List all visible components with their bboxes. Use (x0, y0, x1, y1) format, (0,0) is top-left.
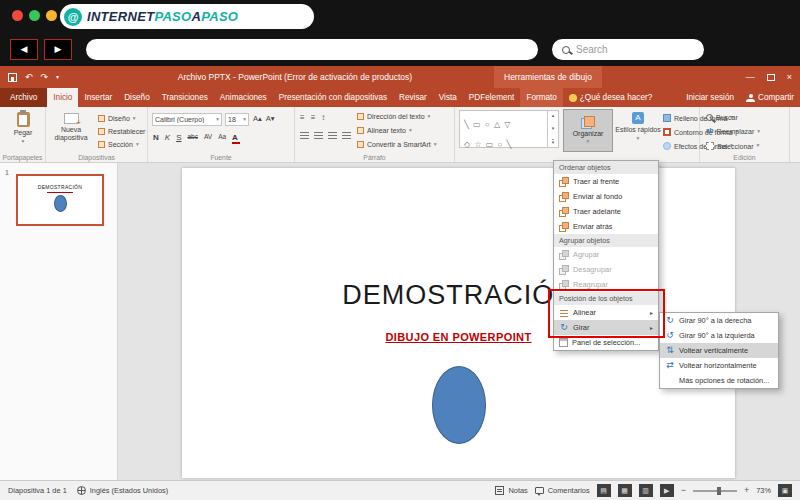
tab-inicio[interactable]: Inicio (47, 88, 78, 107)
zoom-out-icon[interactable] (681, 486, 686, 495)
close-dot[interactable] (12, 10, 23, 21)
italic-icon[interactable] (165, 134, 170, 142)
font-name-select[interactable]: Calibri (Cuerpo) (152, 113, 222, 126)
fit-to-window-button[interactable] (778, 484, 792, 497)
zoom-in-icon[interactable] (744, 486, 749, 495)
menu-item-traer-al-frente[interactable]: Traer al frente (554, 174, 658, 189)
normal-view-button[interactable] (597, 484, 611, 497)
bullets-icon[interactable] (300, 114, 305, 122)
menu-item-girar[interactable]: Girar (554, 320, 658, 335)
shrink-font-icon[interactable] (266, 115, 275, 123)
menu-item-label: Traer adelante (573, 207, 621, 216)
menu-item-reagrupar[interactable]: Reagrupar (554, 277, 658, 292)
find-button[interactable]: Buscar (706, 114, 738, 121)
group-parrafo: Dirección del texto Alinear texto Conver… (295, 107, 455, 162)
menu-item-enviar-atras[interactable]: Enviar atrás (554, 219, 658, 234)
new-slide-label: Nueva diapositiva (48, 126, 94, 142)
submenu-item-voltear-horizontal[interactable]: Voltear horizontalmente (660, 358, 778, 373)
bold-icon[interactable] (153, 134, 159, 142)
tab-pdfelement[interactable]: PDFelement (463, 88, 521, 107)
shapes-row-2-icon[interactable] (464, 137, 512, 153)
language-selector[interactable]: Inglés (Estados Unidos) (77, 486, 168, 495)
tab-revisar[interactable]: Revisar (393, 88, 433, 107)
zoom-level[interactable]: 73% (756, 486, 771, 495)
tab-archivo[interactable]: Archivo (0, 88, 47, 107)
replace-button[interactable]: Reemplazar (706, 128, 760, 135)
menu-item-alinear[interactable]: Alinear (554, 305, 658, 320)
text-direction-button[interactable]: Dirección del texto (357, 113, 430, 120)
search-input[interactable] (576, 44, 708, 55)
reset-button[interactable]: Restablecer (98, 128, 145, 135)
comments-toggle[interactable]: Comentarios (535, 486, 590, 495)
scroll-down-icon[interactable] (552, 126, 555, 131)
notes-toggle[interactable]: Notas (495, 486, 527, 495)
save-icon[interactable] (8, 73, 17, 82)
search-box[interactable] (552, 39, 704, 60)
sign-in-button[interactable]: Iniciar sesión (680, 88, 740, 107)
justify-icon[interactable] (342, 132, 351, 140)
arrange-button[interactable]: Organizar (563, 109, 613, 152)
align-text-button[interactable]: Alinear texto (357, 127, 412, 134)
slideshow-button[interactable] (660, 484, 674, 497)
underline-icon[interactable] (176, 134, 181, 142)
smartart-button[interactable]: Convertir a SmartArt (357, 141, 437, 148)
tab-insertar[interactable]: Insertar (78, 88, 118, 107)
tab-vista[interactable]: Vista (433, 88, 463, 107)
zoom-slider-thumb[interactable] (717, 487, 721, 495)
tab-diseno[interactable]: Diseño (118, 88, 156, 107)
submenu-item-voltear-vertical[interactable]: Voltear verticalmente (660, 343, 778, 358)
change-case-icon[interactable] (218, 134, 226, 141)
menu-item-traer-adelante[interactable]: Traer adelante (554, 204, 658, 219)
menu-item-desagrupar[interactable]: Desagrupar (554, 262, 658, 277)
quick-styles-button[interactable]: Estilos rápidos (615, 112, 661, 142)
forward-button[interactable] (44, 39, 72, 60)
align-right-icon[interactable] (328, 132, 337, 140)
character-spacing-icon[interactable] (204, 134, 212, 141)
minimize-dot[interactable] (29, 10, 40, 21)
tab-animaciones[interactable]: Animaciones (214, 88, 273, 107)
font-color-icon[interactable] (232, 133, 238, 142)
new-slide-button[interactable]: Nueva diapositiva (48, 113, 94, 142)
slide-thumbnail[interactable]: DEMOSTRACIÓN (16, 174, 104, 226)
redo-icon[interactable] (41, 73, 49, 82)
grow-font-icon[interactable] (253, 115, 262, 123)
strikethrough-icon[interactable] (187, 134, 197, 141)
tab-transiciones[interactable]: Transiciones (156, 88, 214, 107)
zoom-slider[interactable] (693, 490, 737, 492)
tab-formato[interactable]: Formato (520, 88, 562, 107)
submenu-item-girar-derecha[interactable]: Girar 90° a la derecha (660, 313, 778, 328)
align-center-icon[interactable] (314, 132, 323, 140)
line-spacing-icon[interactable] (321, 114, 325, 122)
back-button[interactable] (10, 39, 38, 60)
minimize-icon[interactable] (746, 73, 755, 82)
numbering-icon[interactable] (311, 114, 316, 122)
menu-item-enviar-al-fondo[interactable]: Enviar al fondo (554, 189, 658, 204)
align-left-icon[interactable] (300, 132, 309, 140)
gallery-more-icon[interactable] (552, 139, 555, 145)
close-icon[interactable] (787, 73, 792, 82)
restore-icon[interactable] (767, 74, 775, 81)
menu-item-panel-seleccion[interactable]: Panel de selección... (554, 335, 658, 350)
slide-sorter-view-button[interactable] (618, 484, 632, 497)
reading-view-button[interactable] (639, 484, 653, 497)
select-button[interactable]: Seleccionar (706, 142, 759, 150)
tab-presentacion[interactable]: Presentación con diapositivas (273, 88, 393, 107)
address-bar[interactable] (86, 39, 538, 60)
tell-me-box[interactable]: ¿Qué desea hacer? (563, 88, 658, 107)
qat-customize-icon[interactable] (56, 74, 59, 80)
font-size-select[interactable]: 18 (225, 113, 249, 126)
shapes-gallery-scrollbar[interactable] (547, 111, 558, 147)
shapes-row-1-icon[interactable] (464, 117, 511, 133)
layout-button[interactable]: Diseño (98, 115, 136, 122)
scroll-up-icon[interactable] (552, 113, 555, 118)
ellipse-shape[interactable] (432, 366, 486, 444)
section-button[interactable]: Sección (98, 141, 139, 148)
undo-icon[interactable] (25, 73, 33, 82)
share-button[interactable]: Compartir (740, 88, 800, 107)
menu-item-agrupar[interactable]: Agrupar (554, 247, 658, 262)
submenu-item-mas-opciones[interactable]: Más opciones de rotación... (660, 373, 778, 388)
zoom-dot[interactable] (46, 10, 57, 21)
paste-button[interactable]: Pegar (7, 112, 39, 145)
shapes-gallery[interactable] (459, 110, 559, 148)
submenu-item-girar-izquierda[interactable]: Girar 90° a la izquierda (660, 328, 778, 343)
